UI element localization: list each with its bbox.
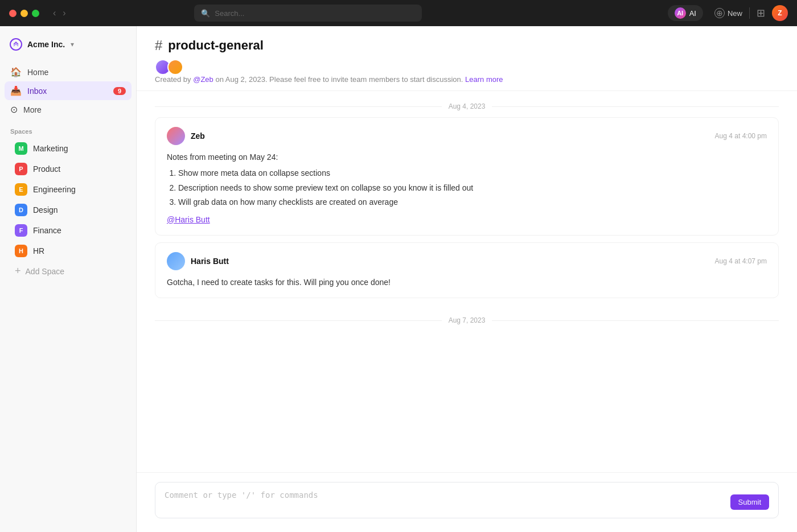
channel-creator-link[interactable]: @Zeb: [193, 75, 213, 84]
new-label: New: [728, 9, 742, 18]
learn-more-link[interactable]: Learn more: [465, 75, 503, 84]
sidebar-item-home[interactable]: 🏠 Home: [5, 63, 132, 81]
space-dot-finance: F: [15, 224, 27, 237]
topbar: ‹ › 🔍 AI AI ⊕ New ⊞ Z: [0, 0, 797, 26]
message-header-1: Zeb Aug 4 at 4:00 pm: [167, 127, 767, 145]
list-item: Description needs to show some preview t…: [178, 182, 767, 194]
sidebar-item-more[interactable]: ⊙ More: [5, 100, 132, 119]
sidebar-item-home-label: Home: [27, 68, 48, 77]
space-design[interactable]: D Design: [5, 200, 132, 220]
main-layout: Acme Inc. ▾ 🏠 Home 📥 Inbox 9 ⊙ More Spac…: [0, 26, 797, 532]
sidebar-item-inbox[interactable]: 📥 Inbox 9: [5, 81, 132, 100]
member-avatar-2: [167, 59, 183, 75]
topbar-right: ⊕ New ⊞ Z: [714, 5, 788, 21]
back-button[interactable]: ‹: [51, 7, 58, 19]
forward-button[interactable]: ›: [60, 7, 68, 19]
author-avatar-haris: [167, 252, 185, 270]
date-line-right: [492, 106, 779, 107]
date-label-1: Aug 4, 2023: [449, 102, 486, 110]
comment-submit-button[interactable]: Submit: [730, 494, 769, 510]
home-icon: 🏠: [10, 67, 22, 77]
message-card-2: Haris Butt Aug 4 at 4:07 pm Gotcha, I ne…: [155, 242, 779, 298]
author-name-1: Zeb: [191, 131, 205, 141]
ai-label: AI: [689, 9, 696, 18]
add-space-plus-icon: +: [15, 265, 21, 277]
maximize-btn[interactable]: [32, 10, 39, 17]
date-divider-1: Aug 4, 2023: [155, 91, 779, 117]
space-dot-marketing: M: [15, 142, 27, 155]
date-line-2-right: [492, 320, 779, 321]
date-divider-2: Aug 7, 2023: [155, 305, 779, 331]
sidebar-item-more-label: More: [23, 105, 42, 114]
message-time-2: Aug 4 at 4:07 pm: [715, 257, 767, 265]
author-avatar-zeb: [167, 127, 185, 145]
space-finance[interactable]: F Finance: [5, 220, 132, 241]
close-btn[interactable]: [9, 10, 17, 17]
space-finance-label: Finance: [33, 226, 61, 235]
brand-chevron-icon: ▾: [71, 40, 74, 48]
space-marketing[interactable]: M Marketing: [5, 138, 132, 159]
search-icon: 🔍: [201, 9, 210, 18]
channel-description: Created by @Zeb on Aug 2, 2023. Please f…: [155, 75, 779, 84]
message-list-1: Show more meta data on collapse sections…: [178, 167, 767, 208]
new-plus-icon: ⊕: [714, 8, 725, 18]
spaces-section-label: Spaces: [0, 121, 136, 138]
minimize-btn[interactable]: [20, 10, 28, 17]
message-text-2: Gotcha, I need to create tasks for this.…: [167, 278, 391, 287]
space-product[interactable]: P Product: [5, 159, 132, 179]
list-item: Show more meta data on collapse sections: [178, 167, 767, 179]
new-button[interactable]: ⊕ New: [714, 8, 742, 18]
message-author-1: Zeb: [167, 127, 205, 145]
hash-icon: #: [155, 38, 162, 53]
space-dot-product: P: [15, 163, 27, 175]
mention-link[interactable]: @Haris Butt: [167, 215, 210, 224]
space-product-label: Product: [33, 164, 60, 174]
space-engineering-label: Engineering: [33, 185, 76, 194]
add-space-button[interactable]: + Add Space: [5, 261, 132, 281]
brand[interactable]: Acme Inc. ▾: [0, 35, 136, 60]
ai-icon: AI: [675, 7, 686, 19]
sidebar-item-inbox-label: Inbox: [27, 86, 47, 96]
inbox-badge: 9: [113, 87, 126, 95]
message-intro: Notes from meeting on May 24:: [167, 151, 767, 163]
space-dot-hr: H: [15, 245, 27, 257]
channel-header: # product-general Created by @Zeb on Aug…: [137, 26, 797, 91]
message-header-2: Haris Butt Aug 4 at 4:07 pm: [167, 252, 767, 270]
message-time-1: Aug 4 at 4:00 pm: [715, 132, 767, 140]
message-author-2: Haris Butt: [167, 252, 229, 270]
messages-area: Aug 4, 2023 Zeb Aug 4 at 4:00 pm Notes f…: [137, 91, 797, 472]
author-name-2: Haris Butt: [191, 257, 229, 266]
content-area: # product-general Created by @Zeb on Aug…: [137, 26, 797, 532]
date-line-2-left: [155, 320, 442, 321]
brand-logo: [9, 38, 23, 51]
message-body-1: Notes from meeting on May 24: Show more …: [167, 151, 767, 226]
space-hr-label: HR: [33, 246, 44, 255]
brand-name: Acme Inc.: [27, 40, 65, 49]
window-controls: [9, 10, 39, 17]
comment-box[interactable]: Submit: [155, 482, 779, 518]
comment-input-area: Submit: [137, 472, 797, 532]
search-bar[interactable]: 🔍: [194, 5, 422, 22]
space-hr[interactable]: H HR: [5, 241, 132, 261]
message-body-2: Gotcha, I need to create tasks for this.…: [167, 276, 767, 288]
comment-input[interactable]: [165, 490, 730, 500]
inbox-icon: 📥: [10, 85, 22, 96]
space-engineering[interactable]: E Engineering: [5, 179, 132, 200]
channel-title-row: # product-general: [155, 38, 779, 53]
add-space-label: Add Space: [26, 267, 65, 276]
grid-icon[interactable]: ⊞: [757, 7, 765, 19]
nav-arrows: ‹ ›: [51, 7, 68, 19]
list-item: Will grab data on how many checklists ar…: [178, 196, 767, 208]
user-avatar[interactable]: Z: [772, 5, 788, 21]
search-input[interactable]: [215, 9, 415, 18]
sidebar: Acme Inc. ▾ 🏠 Home 📥 Inbox 9 ⊙ More Spac…: [0, 26, 137, 532]
channel-desc-prefix: Created by: [155, 75, 193, 84]
topbar-divider: [749, 7, 750, 19]
channel-desc-date: on Aug 2, 2023. Please feel free to invi…: [213, 75, 465, 84]
date-label-2: Aug 7, 2023: [449, 316, 486, 324]
date-line-left: [155, 106, 442, 107]
space-dot-engineering: E: [15, 183, 27, 196]
ai-button[interactable]: AI AI: [668, 5, 703, 21]
message-card-1: Zeb Aug 4 at 4:00 pm Notes from meeting …: [155, 117, 779, 236]
sidebar-nav: 🏠 Home 📥 Inbox 9 ⊙ More: [0, 60, 136, 121]
